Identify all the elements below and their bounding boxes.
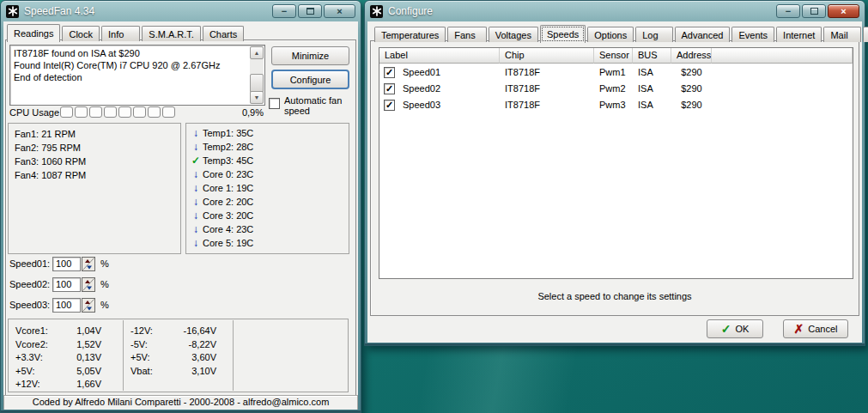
cpu-usage-segment	[104, 106, 117, 118]
fan-reading: Fan3: 1060 RPM	[15, 155, 180, 168]
window-title: SpeedFan 4.34	[24, 5, 94, 17]
voltage-value: 1,04V	[57, 325, 101, 338]
speed03-spinner[interactable]	[82, 298, 95, 313]
tab-advanced[interactable]: Advanced	[675, 27, 731, 42]
tab-internet[interactable]: Internet	[776, 27, 822, 42]
voltage-label: +5V:	[131, 351, 172, 365]
address-cell: $290	[671, 100, 712, 110]
speed02-input[interactable]: 100	[52, 277, 81, 292]
cpu-usage-label: CPU Usage	[9, 107, 60, 118]
minimize-window-icon[interactable]: −	[776, 4, 800, 18]
configure-titlebar[interactable]: Configure − ×	[365, 1, 865, 21]
ok-button-label: OK	[735, 324, 749, 334]
voltage-label: +3.3V:	[15, 351, 57, 365]
fan-reading: Fan4: 1087 RPM	[15, 168, 180, 182]
column-header-chip[interactable]: Chip	[500, 48, 594, 64]
tab-options[interactable]: Options	[587, 27, 634, 42]
configure-button[interactable]: Configure	[271, 70, 349, 89]
tab-fans[interactable]: Fans	[447, 27, 486, 42]
tab-voltages[interactable]: Voltages	[489, 27, 538, 42]
cpu-usage-segment	[133, 106, 146, 118]
column-header-sensor[interactable]: Sensor	[594, 48, 633, 64]
cancel-x-icon: ✗	[794, 322, 804, 336]
maximize-window-icon[interactable]	[298, 4, 322, 18]
address-cell: $290	[671, 67, 712, 77]
speed01-spinner[interactable]	[82, 257, 95, 271]
scroll-up-icon[interactable]: ▲	[250, 46, 264, 59]
temp-reading: Core 3: 20C	[203, 210, 253, 221]
speedfan-fan-icon	[370, 5, 383, 18]
log-line: Found Intel(R) Core(TM) i7 CPU 920 @ 2.6…	[14, 59, 247, 71]
voltage-label: -5V:	[131, 338, 172, 352]
tab-speeds[interactable]: Speeds	[540, 25, 586, 43]
checkbox-checked-icon[interactable]: ✓	[384, 100, 395, 111]
fan-readings-panel: Fan1: 21 RPM Fan2: 795 RPM Fan3: 1060 RP…	[8, 123, 181, 254]
cpu-usage-segment	[118, 106, 131, 118]
configure-window: Configure − × Temperatures Fans Voltages…	[364, 0, 865, 346]
tab-mail[interactable]: Mail	[823, 27, 860, 42]
tab-charts[interactable]: Charts	[203, 26, 244, 41]
log-scrollbar[interactable]: ▲ ▼	[250, 46, 264, 104]
tab-readings[interactable]: Readings	[7, 24, 60, 42]
tab-smart[interactable]: S.M.A.R.T.	[142, 26, 201, 41]
column-header-label[interactable]: Label	[379, 48, 500, 64]
address-cell: $290	[671, 83, 712, 94]
column-header-address[interactable]: Address	[671, 48, 712, 64]
hint-text: Select a speed to change its settings	[370, 291, 859, 301]
speed03-input[interactable]: 100	[52, 298, 81, 313]
ok-check-icon: ✓	[721, 322, 731, 336]
speed01-input[interactable]: 100	[52, 257, 81, 271]
maximize-box-icon	[307, 8, 314, 15]
status-bar-text: Coded by Alfredo Milani Comparetti - 200…	[33, 397, 330, 407]
table-row[interactable]: ✓Speed02 IT8718F Pwm2 ISA $290	[379, 81, 853, 96]
tab-events[interactable]: Events	[731, 27, 774, 42]
window-title: Configure	[388, 5, 433, 17]
minimize-button[interactable]: Minimize	[271, 46, 349, 65]
temp-reading: Core 1: 19C	[203, 183, 253, 193]
sensor-cell: Pwm2	[594, 83, 633, 94]
speed-label: Speed02	[403, 83, 440, 94]
cpu-usage-segment	[89, 106, 102, 118]
speed02-spinner[interactable]	[82, 277, 95, 292]
checkbox-icon[interactable]	[269, 98, 280, 109]
temperature-readings-panel: ↓Temp1: 35C ↓Temp2: 28C ✓Temp3: 45C ↓Cor…	[185, 123, 349, 254]
down-arrow-icon: ↓	[189, 223, 203, 235]
automatic-fan-speed-label: Automatic fan speed	[284, 95, 353, 116]
tab-xap[interactable]: xAP	[863, 27, 868, 42]
tab-log[interactable]: Log	[635, 27, 672, 42]
voltage-label: +12V:	[15, 378, 57, 392]
log-line: End of detection	[14, 71, 247, 83]
down-arrow-icon: ↓	[189, 237, 203, 249]
down-arrow-icon: ↓	[189, 196, 203, 208]
tab-clock[interactable]: Clock	[62, 26, 100, 41]
speed01-label: Speed01:	[9, 258, 52, 269]
temp-reading: Core 5: 19C	[203, 238, 253, 248]
table-row[interactable]: ✓Speed01 IT8718F Pwm1 ISA $290	[379, 64, 853, 80]
close-window-icon[interactable]: ×	[324, 4, 355, 18]
speedfan-titlebar[interactable]: SpeedFan 4.34 − ×	[1, 1, 361, 21]
ok-button[interactable]: ✓ OK	[707, 319, 763, 338]
voltage-value: 3,10V	[172, 365, 216, 379]
checkbox-checked-icon[interactable]: ✓	[384, 67, 395, 78]
down-arrow-icon: ↓	[189, 210, 203, 222]
tab-info[interactable]: Info	[101, 26, 140, 41]
table-row[interactable]: ✓Speed03 IT8718F Pwm3 ISA $290	[379, 97, 853, 112]
maximize-box-icon	[810, 8, 818, 15]
temp-reading: Core 2: 20C	[203, 197, 253, 207]
voltage-label: Vbat:	[131, 365, 172, 379]
maximize-window-icon[interactable]	[802, 4, 826, 18]
scrollbar-thumb[interactable]	[250, 74, 264, 93]
automatic-fan-speed-checkbox[interactable]: Automatic fan speed	[269, 98, 353, 116]
fan-reading: Fan1: 21 RPM	[15, 127, 180, 141]
close-window-icon[interactable]: ×	[828, 4, 859, 18]
speed03-label: Speed03:	[9, 300, 52, 310]
cpu-usage-segment	[75, 106, 88, 118]
column-header-bus[interactable]: BUS	[633, 48, 671, 64]
tab-temperatures[interactable]: Temperatures	[374, 27, 446, 42]
detection-log[interactable]: IT8718F found on ISA at $290 Found Intel…	[9, 45, 265, 106]
cpu-usage-segment	[148, 106, 161, 118]
minimize-window-icon[interactable]: −	[272, 4, 296, 18]
scroll-down-icon[interactable]: ▼	[250, 91, 264, 104]
cancel-button[interactable]: ✗ Cancel	[783, 319, 848, 338]
checkbox-checked-icon[interactable]: ✓	[384, 83, 395, 94]
